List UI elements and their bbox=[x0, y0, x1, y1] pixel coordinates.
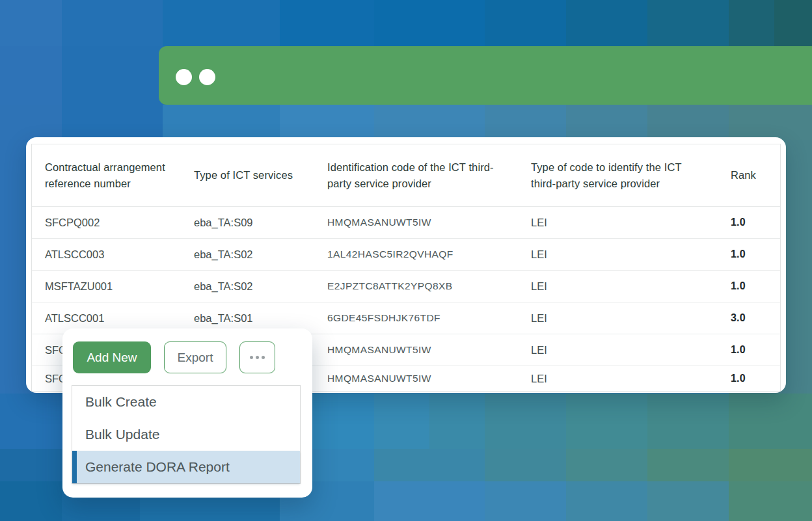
table-row[interactable]: MSFTAZU001 eba_TA:S02 E2JPZTC8ATTK2YPQ8X… bbox=[32, 270, 780, 302]
cell-code: HMQMASANUWT5IW bbox=[314, 207, 518, 238]
cell-code: 1AL42HASC5IR2QVHAQF bbox=[314, 239, 518, 270]
ellipsis-icon bbox=[250, 356, 253, 359]
cell-rank: 1.0 bbox=[718, 239, 780, 270]
export-button[interactable]: Export bbox=[164, 341, 226, 373]
cell-rank: 1.0 bbox=[718, 207, 780, 238]
cell-ref: MSFTAZU001 bbox=[32, 271, 181, 302]
cell-code-type: LEI bbox=[518, 302, 718, 334]
menu-item-bulk-update[interactable]: Bulk Update bbox=[72, 418, 300, 451]
more-actions-menu: Bulk Create Bulk Update Generate DORA Re… bbox=[72, 385, 301, 484]
column-header-ref: Contractual arrangement reference number bbox=[32, 144, 181, 206]
background-mosaic-band bbox=[0, 105, 812, 140]
cell-type: eba_TA:S02 bbox=[181, 239, 314, 270]
column-header-code: Identification code of the ICT third-par… bbox=[314, 144, 518, 206]
column-header-rank: Rank bbox=[718, 144, 780, 206]
cell-code: 6GDE45FSDHJK76TDF bbox=[314, 302, 518, 334]
cell-code-type: LEI bbox=[518, 271, 718, 302]
ellipsis-icon bbox=[256, 356, 259, 359]
more-actions-button[interactable] bbox=[239, 341, 275, 373]
cell-code: E2JPZTC8ATTK2YPQ8XB bbox=[314, 271, 518, 302]
window-dot-icon bbox=[176, 69, 192, 85]
app-titlebar bbox=[159, 46, 812, 105]
cell-ref: SFCPQ002 bbox=[32, 207, 181, 238]
toolbar: Add New Export bbox=[73, 341, 275, 373]
background-mosaic-band bbox=[0, 0, 812, 46]
cell-type: eba_TA:S09 bbox=[181, 207, 314, 238]
cell-code: HMQMASANUWT5IW bbox=[314, 366, 518, 391]
window-dot-icon bbox=[199, 69, 215, 85]
cell-rank: 1.0 bbox=[718, 271, 780, 302]
table-header-row: Contractual arrangement reference number… bbox=[32, 144, 780, 206]
cell-rank: 1.0 bbox=[718, 334, 780, 366]
table-row[interactable]: SFCPQ002 eba_TA:S09 HMQMASANUWT5IW LEI 1… bbox=[32, 206, 780, 238]
cell-code-type: LEI bbox=[518, 207, 718, 238]
column-header-code-type: Type of code to identify the ICT third-p… bbox=[518, 144, 718, 206]
cell-rank: 3.0 bbox=[718, 302, 780, 334]
menu-item-bulk-create[interactable]: Bulk Create bbox=[72, 386, 300, 418]
cell-code-type: LEI bbox=[518, 239, 718, 270]
cell-rank: 1.0 bbox=[718, 366, 780, 391]
cell-type: eba_TA:S02 bbox=[181, 271, 314, 302]
cell-code-type: LEI bbox=[518, 334, 718, 366]
menu-item-generate-dora-report[interactable]: Generate DORA Report bbox=[72, 451, 300, 483]
hero-screenshot: Contractual arrangement reference number… bbox=[0, 0, 812, 521]
cell-code: HMQMASANUWT5IW bbox=[314, 334, 518, 366]
table-row[interactable]: ATLSCC003 eba_TA:S02 1AL42HASC5IR2QVHAQF… bbox=[32, 238, 780, 270]
cell-ref: ATLSCC003 bbox=[32, 239, 181, 270]
ellipsis-icon bbox=[262, 356, 265, 359]
add-new-button[interactable]: Add New bbox=[73, 341, 151, 373]
cell-code-type: LEI bbox=[518, 366, 718, 391]
column-header-type: Type of ICT services bbox=[181, 144, 314, 206]
actions-panel: Add New Export Bulk Create Bulk Update G… bbox=[62, 328, 312, 498]
